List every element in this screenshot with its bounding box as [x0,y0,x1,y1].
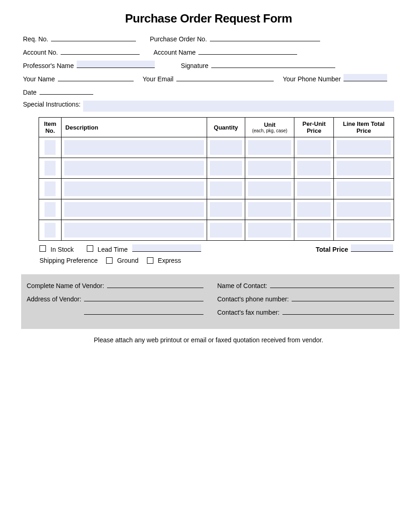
req-no-field[interactable] [51,34,136,41]
contact-phone-label: Contact's phone number: [217,295,289,303]
item-no-input[interactable] [45,140,56,155]
signature-label: Signature [181,62,208,69]
line-total-input[interactable] [337,202,391,217]
form-title: Purchase Order Request Form [23,11,394,26]
item-no-input[interactable] [45,161,56,175]
quantity-input[interactable] [210,140,242,155]
in-stock-label: In Stock [51,246,74,253]
signature-field[interactable] [211,61,335,68]
date-field[interactable] [39,87,93,95]
po-no-label: Purchase Order No. [150,35,207,43]
contact-name-label: Name of Contact: [217,282,267,289]
table-row [39,179,394,199]
per-unit-price-input[interactable] [297,161,331,175]
description-input[interactable] [64,202,203,217]
vendor-name-label: Complete Name of Vendor: [27,282,104,289]
table-row [39,220,394,241]
account-no-label: Account No. [23,49,58,56]
description-input[interactable] [64,140,203,155]
unit-input[interactable] [248,161,291,175]
th-description: Description [62,118,207,137]
express-label: Express [158,257,181,264]
express-checkbox[interactable] [147,257,153,264]
contact-fax-field[interactable] [282,307,394,315]
in-stock-checkbox[interactable] [39,245,46,252]
professor-name-field[interactable] [77,61,155,68]
table-row [39,158,394,179]
line-total-input[interactable] [337,223,391,238]
date-label: Date [23,89,37,96]
vendor-address-field-1[interactable] [84,294,203,301]
your-phone-label: Your Phone Number [283,75,341,83]
contact-name-field[interactable] [270,281,394,288]
total-price-field[interactable] [351,244,393,252]
per-unit-price-input[interactable] [297,140,331,155]
vendor-name-field[interactable] [107,281,203,288]
per-unit-price-input[interactable] [297,181,331,196]
ground-label: Ground [117,257,139,264]
item-no-input[interactable] [45,223,56,238]
item-no-input[interactable] [45,202,56,217]
th-quantity: Quantity [207,118,245,137]
th-item-no: Item No. [39,118,62,137]
po-no-field[interactable] [210,34,320,41]
req-no-label: Req. No. [23,35,48,43]
ground-checkbox[interactable] [106,257,113,264]
vendor-address-field-2[interactable] [84,307,203,315]
description-input[interactable] [64,223,203,238]
your-phone-field[interactable] [344,74,387,81]
quantity-input[interactable] [210,181,242,196]
special-instructions-label: Special Instructions: [23,101,80,108]
account-name-field[interactable] [198,47,297,55]
per-unit-price-input[interactable] [297,202,331,217]
unit-input[interactable] [248,202,291,217]
line-total-input[interactable] [337,181,391,196]
footnote: Please attach any web printout or email … [23,336,394,344]
vendor-section: Complete Name of Vendor: Address of Vend… [21,274,400,329]
quantity-input[interactable] [210,223,242,238]
unit-input[interactable] [248,223,291,238]
unit-input[interactable] [248,181,291,196]
your-email-label: Your Email [143,75,174,83]
unit-input[interactable] [248,140,291,155]
lead-time-label: Lead Time [98,246,128,253]
special-instructions-field[interactable] [83,101,394,112]
your-email-field[interactable] [176,74,274,81]
vendor-address-label: Address of Vendor: [27,295,81,303]
items-table: Item No. Description Quantity Unit (each… [39,117,394,241]
th-per-unit-price: Per-Unit Price [294,118,334,137]
table-row [39,199,394,220]
quantity-input[interactable] [210,202,242,217]
your-name-label: Your Name [23,75,55,83]
professor-name-label: Professor's Name [23,62,74,69]
total-price-label: Total Price [316,246,348,253]
line-total-input[interactable] [337,161,391,175]
contact-fax-label: Contact's fax number: [217,309,280,316]
shipping-preference-label: Shipping Preference [39,257,98,264]
account-name-label: Account Name [153,49,196,56]
description-input[interactable] [64,161,203,175]
your-name-field[interactable] [58,74,134,81]
contact-phone-field[interactable] [292,294,394,301]
account-no-field[interactable] [61,47,140,55]
th-line-total: Line Item Total Price [334,118,394,137]
item-no-input[interactable] [45,181,56,196]
description-input[interactable] [64,181,203,196]
per-unit-price-input[interactable] [297,223,331,238]
table-row [39,137,394,158]
th-unit-text: Unit [264,121,276,128]
lead-time-checkbox[interactable] [87,245,93,252]
th-unit: Unit (each, pkg, case) [245,118,294,137]
th-unit-sub: (each, pkg, case) [249,128,290,133]
lead-time-field[interactable] [132,244,201,252]
line-total-input[interactable] [337,140,391,155]
quantity-input[interactable] [210,161,242,175]
